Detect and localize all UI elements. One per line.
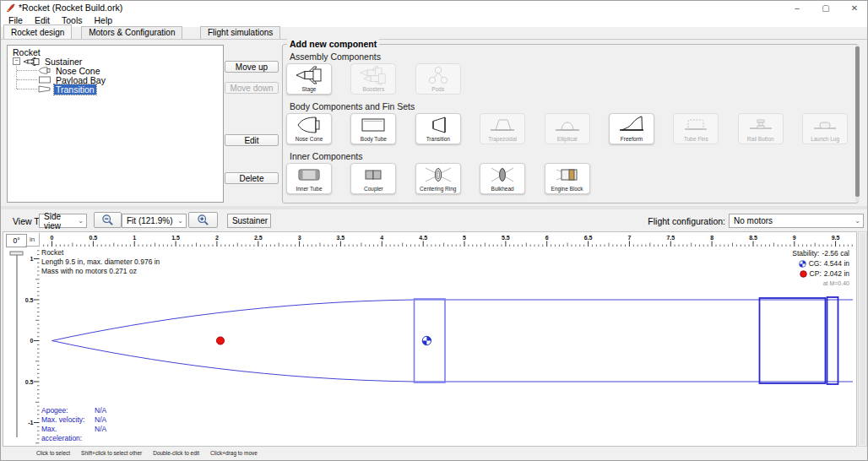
stability-value: -2.56 cal [822, 248, 849, 258]
tab-motors-configuration[interactable]: Motors & Configuration [81, 26, 182, 39]
maximize-button[interactable]: ▢ [820, 3, 832, 13]
add-coupler-button[interactable]: Coupler [350, 163, 396, 194]
tree-guide [17, 70, 37, 71]
stage-lg-icon [295, 64, 323, 86]
component-button-label: Launch Lug [811, 136, 839, 142]
elliptical-icon [555, 114, 580, 136]
mach-note: at M=0.40 [823, 279, 849, 289]
component-tree[interactable]: Rocket−SustainerNose ConePayload BayTran… [7, 45, 224, 203]
scrollbar-thumb[interactable] [855, 46, 860, 197]
add-engine-block-button[interactable]: Engine Block [545, 163, 590, 194]
chevron-down-icon: ⌄ [177, 218, 183, 225]
add-transition-button[interactable]: Transition [415, 113, 461, 144]
rocket-canvas[interactable]: 0° in 00.511.522.533.544.555.566.577.588… [3, 231, 857, 447]
component-button-label: Rail Button [747, 136, 774, 142]
title-bar: *Rocket (Rocket Build.ork) –▢✕ [1, 1, 867, 14]
cp-value: 2.042 in [824, 268, 849, 279]
bulkhead-icon [490, 164, 515, 186]
zoom-out-button[interactable] [94, 212, 122, 228]
innertube-icon [296, 164, 322, 186]
add-bulkhead-button[interactable]: Bulkhead [480, 163, 525, 194]
rocket-info-line: Rocket [41, 248, 160, 258]
transition-lg-icon [426, 114, 451, 136]
component-button-label: Coupler [364, 186, 383, 192]
move-down-button: Move down [225, 82, 279, 94]
group-label-body-components-and-fin-sets: Body Components and Fin Sets [290, 101, 415, 111]
edit-button[interactable]: Edit [225, 134, 279, 146]
tree-root[interactable]: Rocket [8, 47, 42, 57]
flight-stat-row: Apogee:N/A [41, 406, 106, 415]
add-stage-button[interactable]: Stage [286, 63, 332, 95]
status-hint: Click to select [36, 450, 70, 461]
chevron-down-icon: ⌄ [78, 218, 84, 225]
component-button-label: Stage [302, 86, 317, 92]
expand-toggle-icon[interactable]: − [13, 57, 20, 65]
zoom-level-select[interactable]: Fit (121.9%)⌄ [122, 214, 187, 228]
canvas-scrollbar[interactable] [858, 231, 867, 447]
component-button-label: Nose Cone [296, 136, 323, 142]
component-panel-scrollbar[interactable] [855, 45, 860, 202]
view-type-select[interactable]: Side view⌄ [39, 214, 87, 228]
tab-rocket-design[interactable]: Rocket design [3, 24, 72, 39]
component-button-label: Tube Fins [684, 136, 708, 142]
component-button-label: Engine Block [551, 186, 583, 192]
status-bar: Click to selectShift+click to select oth… [1, 447, 868, 461]
rocket-info-line: Mass with no motors 0.271 oz [41, 267, 160, 276]
close-button[interactable]: ✕ [849, 3, 860, 13]
move-up-button[interactable]: Move up [225, 61, 279, 73]
group-label-inner-components: Inner Components [290, 151, 362, 161]
flight-stat-label: Max. acceleration: [41, 425, 95, 443]
zoom-in-button[interactable] [188, 212, 218, 228]
add-boosters-button: Boosters [350, 63, 396, 95]
view-panel: View Type: Side view⌄ Fit (121.9%)⌄ Sust… [1, 209, 868, 461]
rocket-info: RocketLength 9.5 in, max. diameter 0.976… [41, 248, 160, 276]
tree-item-label: Transition [54, 84, 96, 95]
stage-toggle-button[interactable]: Sustainer [227, 214, 271, 228]
railbutton-icon [748, 114, 773, 136]
scrollbar-thumb[interactable] [860, 233, 865, 445]
add-body-tube-button[interactable]: Body Tube [350, 113, 396, 144]
stability-stats: Stability:-2.56 cal CG:4.544 in CP:2.042… [792, 248, 849, 289]
component-button-label: Inner Tube [296, 186, 322, 192]
component-button-label: Elliptical [557, 136, 578, 142]
coupler-icon [361, 164, 386, 186]
component-button-label: Body Tube [361, 136, 387, 142]
tree-item-sustainer[interactable]: −Sustainer [8, 57, 84, 66]
window-title: *Rocket (Rocket Build.ork) [19, 3, 122, 13]
component-button-label: Freeform [621, 136, 643, 142]
component-button-label: Centering Ring [420, 186, 456, 192]
add-pods-button: Pods [415, 63, 461, 95]
add-elliptical-button: Elliptical [545, 113, 590, 144]
flight-stat-label: Apogee: [41, 406, 95, 415]
add-nose-cone-button[interactable]: Nose Cone [286, 113, 332, 144]
status-hint: Shift+click to select other [81, 450, 142, 461]
zoom-out-icon [101, 214, 114, 226]
flight-stat-label: Max. velocity: [41, 415, 95, 425]
add-centering-ring-button[interactable]: Centering Ring [415, 163, 461, 194]
flight-config-select[interactable]: No motors⌄ [729, 214, 864, 228]
add-inner-tube-button[interactable]: Inner Tube [286, 163, 332, 194]
tab-flight-simulations[interactable]: Flight simulations [200, 26, 280, 39]
engineblock-icon [555, 164, 580, 186]
tree-guide [17, 89, 37, 89]
component-row: Inner TubeCouplerCentering RingBulkheadE… [286, 163, 590, 194]
flight-stat-row: Max. velocity:N/A [41, 415, 106, 425]
add-launch-lug-button: Launch Lug [802, 113, 848, 144]
add-freeform-button[interactable]: Freeform [609, 113, 654, 144]
component-button-label: Boosters [363, 86, 385, 92]
flight-stat-row: Max. acceleration:N/A [41, 425, 106, 443]
add-component-groupbox: Add new component Assembly ComponentsSta… [282, 44, 859, 203]
cg-icon [799, 260, 806, 268]
component-button-label: Transition [426, 136, 450, 142]
minimize-button[interactable]: – [791, 3, 803, 13]
tree-guide [17, 79, 37, 80]
status-hint: Double-click to edit [153, 450, 199, 461]
pods-icon [427, 64, 449, 86]
flight-stat-value: N/A [95, 425, 106, 443]
component-row: Nose ConeBody TubeTransitionTrapezoidalE… [286, 113, 848, 144]
centeringring-icon [424, 164, 453, 186]
flight-stat-value: N/A [95, 415, 106, 425]
menu-help[interactable]: Help [89, 14, 119, 27]
bodytube-icon [38, 76, 52, 84]
delete-button[interactable]: Delete [225, 172, 279, 184]
